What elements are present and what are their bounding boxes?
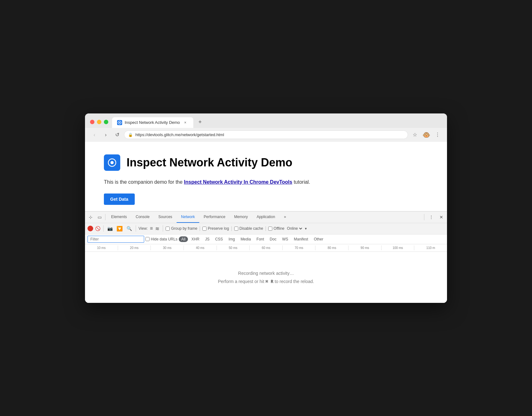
filter-type-css[interactable]: CSS (213, 236, 225, 242)
clear-button[interactable]: 🚫 (94, 225, 101, 232)
page-icon (104, 154, 120, 171)
record-hint: Perform a request or hit ⌘ R to record t… (91, 279, 441, 284)
inspect-element-button[interactable]: ⊹ (86, 213, 95, 222)
hint-prefix: Perform a request or hit (218, 279, 265, 284)
menu-icon: ⋮ (435, 132, 440, 138)
right-separator (424, 214, 424, 220)
list-view-button[interactable]: ≡ (149, 225, 154, 232)
tab-sources[interactable]: Sources (154, 211, 177, 223)
filter-type-js[interactable]: JS (203, 236, 212, 242)
pipe-2: | (231, 226, 232, 231)
devtools-close-button[interactable]: ✕ (437, 213, 446, 222)
reload-icon: ↺ (115, 132, 119, 138)
network-toolbar: 🚫 📷 🔽 🔍 View: ≡ ≋ (85, 223, 447, 234)
minimize-button[interactable] (97, 120, 101, 124)
pipe-1: | (199, 226, 201, 231)
disable-cache-label[interactable]: Disable cache (234, 226, 263, 231)
filter-type-ws[interactable]: WS (280, 236, 290, 242)
url-host: https://devtools.glitch.me (135, 132, 180, 137)
waterfall-view-button[interactable]: ≋ (154, 225, 160, 232)
disable-cache-checkbox[interactable] (234, 227, 238, 231)
devtools-link[interactable]: Inspect Network Activity In Chrome DevTo… (184, 179, 292, 185)
tab-elements[interactable]: Elements (107, 211, 131, 223)
tab-bar: Inspect Network Activity Demo × + (112, 117, 442, 128)
toolbar-sep-3 (163, 225, 163, 232)
back-button[interactable]: ‹ (90, 130, 99, 139)
tab-more[interactable]: » (280, 211, 291, 223)
filter-type-media[interactable]: Media (238, 236, 253, 242)
screenshot-button[interactable]: 📷 (106, 225, 114, 232)
disable-cache-text: Disable cache (240, 226, 263, 231)
filter-button[interactable]: 🔽 (115, 225, 124, 232)
close-button[interactable] (90, 120, 94, 124)
filter-type-img[interactable]: Img (226, 236, 237, 242)
window-controls (90, 120, 108, 128)
search-button[interactable]: 🔍 (125, 225, 133, 232)
user-avatar: 🐵 (422, 131, 430, 139)
group-by-frame-checkbox[interactable] (166, 227, 170, 231)
filter-bar: Hide data URLs All XHR JS CSS Img Media … (85, 234, 447, 244)
tick-10ms: 10 ms (85, 246, 118, 250)
get-data-button[interactable]: Get Data (104, 194, 135, 205)
empty-state: Recording network activity… Perform a re… (85, 252, 447, 303)
tab-performance[interactable]: Performance (199, 211, 230, 223)
filter-type-font[interactable]: Font (254, 236, 266, 242)
svg-point-3 (110, 161, 114, 164)
chrome-menu-button[interactable]: ⋮ (433, 130, 442, 139)
preserve-log-label[interactable]: Preserve log (202, 226, 229, 231)
group-by-frame-text: Group by frame (171, 226, 197, 231)
group-by-frame-label[interactable]: Group by frame (166, 226, 197, 231)
filter-type-all[interactable]: All (179, 236, 188, 242)
tab-close-button[interactable]: × (183, 120, 188, 125)
view-label: View: (139, 226, 148, 231)
reload-button[interactable]: ↺ (113, 130, 122, 139)
record-button[interactable] (88, 226, 93, 231)
page-header: Inspect Network Activity Demo (104, 154, 428, 171)
tab-memory[interactable]: Memory (230, 211, 252, 223)
description-prefix: This is the companion demo for the (104, 179, 184, 185)
devtools-right-controls: ⋮ ✕ (423, 213, 446, 222)
devtools-more-button[interactable]: ⋮ (427, 213, 436, 222)
svg-point-1 (119, 122, 120, 123)
hide-data-urls-checkbox[interactable] (145, 237, 150, 241)
cursor-icon: ⊹ (89, 215, 93, 220)
filter-icon: 🔽 (116, 226, 123, 231)
filter-type-other[interactable]: Other (312, 236, 325, 242)
tab-console[interactable]: Console (131, 211, 154, 223)
filter-type-manifest[interactable]: Manifest (292, 236, 310, 242)
hide-data-urls-label[interactable]: Hide data URLs (145, 237, 178, 241)
pipe-3: | (265, 226, 266, 231)
clear-icon: 🚫 (95, 226, 100, 231)
view-buttons: ≡ ≋ (149, 225, 160, 232)
tick-30ms: 30 ms (150, 246, 184, 250)
profile-button[interactable]: 🐵 (422, 130, 431, 139)
shortcut-key: ⌘ R (265, 279, 273, 284)
more-icon: ⋮ (429, 215, 433, 220)
url-bar[interactable]: 🔒 https://devtools.glitch.me/network/get… (124, 130, 408, 139)
forward-button[interactable]: › (101, 130, 110, 139)
devtools-panel: ⊹ ▭ Elements Console Sources Network Per… (85, 211, 447, 303)
new-tab-button[interactable]: + (196, 118, 205, 127)
active-tab[interactable]: Inspect Network Activity Demo × (112, 117, 193, 128)
camera-icon: 📷 (107, 226, 113, 231)
filter-type-doc[interactable]: Doc (268, 236, 279, 242)
preserve-log-text: Preserve log (208, 226, 229, 231)
tab-title: Inspect Network Activity Demo (125, 120, 180, 125)
preserve-log-checkbox[interactable] (202, 227, 207, 231)
maximize-button[interactable] (104, 120, 108, 124)
tab-application[interactable]: Application (252, 211, 280, 223)
offline-checkbox[interactable] (268, 227, 272, 231)
throttle-select[interactable]: Online (286, 226, 303, 231)
tab-network[interactable]: Network (177, 211, 199, 223)
tick-90ms: 90 ms (348, 246, 381, 250)
bookmark-button[interactable]: ☆ (410, 130, 419, 139)
device-toolbar-button[interactable]: ▭ (95, 213, 104, 222)
offline-label[interactable]: Offline (268, 226, 284, 231)
filter-input[interactable] (88, 236, 144, 243)
tab-separator (105, 214, 105, 220)
page-title: Inspect Network Activity Demo (127, 156, 292, 169)
tab-favicon (117, 120, 122, 125)
page-content: Inspect Network Activity Demo This is th… (85, 142, 447, 211)
browser-window: Inspect Network Activity Demo × + ‹ › ↺ … (85, 113, 447, 303)
filter-type-xhr[interactable]: XHR (189, 236, 201, 242)
